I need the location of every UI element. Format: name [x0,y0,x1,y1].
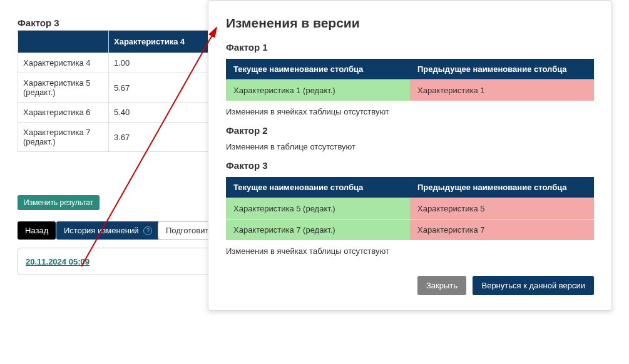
help-icon: ? [143,226,152,235]
row-value: 5.40 [109,103,219,123]
previous-value: Характеристика 5 [410,198,594,220]
history-button-label: История изменений [64,226,139,235]
col-previous-header: Предыдущее наименование столбца [410,59,594,80]
factor-1-changes-table: Текущее наименование столбца Предыдущее … [226,59,594,101]
history-button[interactable]: История изменений ? [56,221,160,240]
row-value: 1.00 [109,53,219,73]
factor-3-note: Изменения в ячейках таблицы отсутствуют [226,246,594,256]
previous-value: Характеристика 7 [410,220,594,241]
revert-version-button[interactable]: Вернуться к данной версии [473,276,594,295]
col-previous-header: Предыдущее наименование столбца [410,177,594,198]
table-header-empty [18,31,109,53]
change-row: Характеристика 7 (редакт.) Характеристик… [226,220,594,241]
factor-2-note: Изменения в таблице отсутствуют [226,142,594,151]
back-button[interactable]: Назад [18,221,56,240]
version-changes-modal: Изменения в версии Фактор 1 Текущее наим… [208,0,612,311]
current-value: Характеристика 5 (редакт.) [226,198,410,220]
history-entry-link[interactable]: 20.11.2024 05:09 [26,257,89,266]
factor-3-title: Фактор 3 [226,160,594,171]
row-value: 5.67 [109,73,219,103]
row-name: Характеристика 5 (редакт.) [18,73,109,103]
factor-1-note: Изменения в ячейках таблицы отсутствуют [226,107,594,116]
change-result-button[interactable]: Изменить результат [18,195,100,210]
section-title-factor-3: Фактор 3 [18,18,59,28]
current-value: Характеристика 1 (редакт.) [226,80,410,101]
row-value: 3.67 [109,123,219,152]
factor-2-title: Фактор 2 [226,125,594,136]
table-header-char-4: Характеристика 4 [109,31,219,53]
change-row: Характеристика 1 (редакт.) Характеристик… [226,80,594,101]
previous-value: Характеристика 1 [410,80,594,101]
col-current-header: Текущее наименование столбца [226,177,410,198]
row-name: Характеристика 6 [18,103,109,123]
change-row: Характеристика 5 (редакт.) Характеристик… [226,198,594,220]
row-name: Характеристика 4 [18,53,109,73]
factor-1-title: Фактор 1 [226,42,594,53]
modal-title: Изменения в версии [226,16,594,31]
row-name: Характеристика 7 (редакт.) [18,123,109,152]
factor-3-changes-table: Текущее наименование столбца Предыдущее … [226,177,594,240]
modal-footer: Закрыть Вернуться к данной версии [226,276,594,295]
close-button[interactable]: Закрыть [417,276,466,295]
current-value: Характеристика 7 (редакт.) [226,220,410,241]
col-current-header: Текущее наименование столбца [226,59,410,80]
